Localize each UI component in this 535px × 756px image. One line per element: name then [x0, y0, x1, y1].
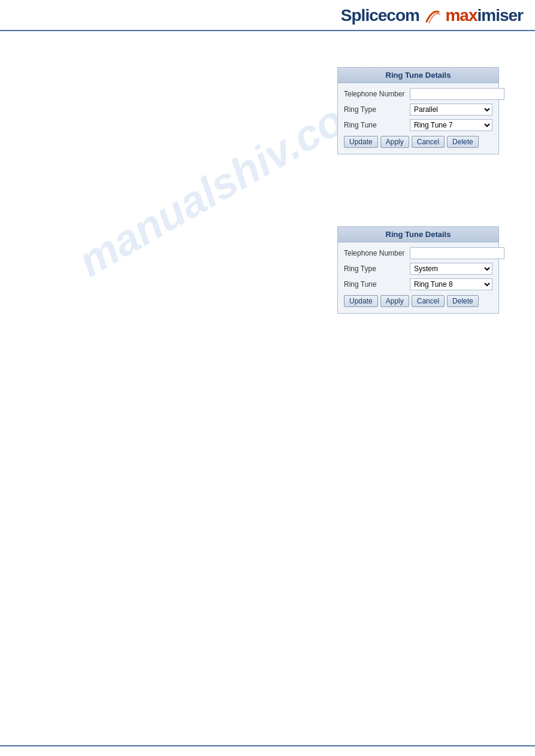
panel2-title: Ring Tune Details — [338, 227, 498, 242]
panel2-body: Telephone Number Ring Type Parallel Sequ… — [338, 242, 498, 313]
panel2-apply-button[interactable]: Apply — [380, 295, 409, 307]
logo: Splicecom maximiser — [341, 6, 523, 25]
logo-max: max — [445, 6, 477, 25]
panel2-ring-type-select[interactable]: Parallel Sequential System — [410, 263, 492, 275]
main-content: manualshiv.com Ring Tune Details Telepho… — [0, 31, 535, 344]
ring-tune-panel-1: Ring Tune Details Telephone Number Ring … — [337, 67, 499, 154]
panel2-button-row: Update Apply Cancel Delete — [344, 295, 492, 307]
panel2-ring-tune-label: Ring Tune — [344, 280, 410, 289]
panel1-delete-button[interactable]: Delete — [447, 136, 479, 148]
panel1-cancel-button[interactable]: Cancel — [412, 136, 445, 148]
header: Splicecom maximiser — [0, 0, 535, 31]
panel1-ring-tune-select[interactable]: Ring Tune 1 Ring Tune 2 Ring Tune 3 Ring… — [410, 119, 492, 131]
panel1-ring-type-row: Ring Type Parallel Sequential System — [344, 104, 492, 116]
panel1-telephone-input[interactable] — [410, 88, 504, 100]
panel1-ring-tune-label: Ring Tune — [344, 121, 410, 129]
panel1-ring-type-select[interactable]: Parallel Sequential System — [410, 104, 492, 116]
logo-swoosh-icon — [424, 8, 441, 25]
panel2-telephone-row: Telephone Number — [344, 247, 492, 259]
panel1-ring-type-label: Ring Type — [344, 105, 410, 114]
panel2-ring-type-label: Ring Type — [344, 265, 410, 273]
panel2-telephone-label: Telephone Number — [344, 249, 410, 257]
panel1-ring-tune-row: Ring Tune Ring Tune 1 Ring Tune 2 Ring T… — [344, 119, 492, 131]
panel1-telephone-label: Telephone Number — [344, 90, 410, 98]
logo-text: Splicecom maximiser — [341, 6, 523, 25]
panel1-body: Telephone Number Ring Type Parallel Sequ… — [338, 83, 498, 154]
logo-imiser: imiser — [477, 6, 524, 25]
panel1-section: Ring Tune Details Telephone Number Ring … — [12, 67, 523, 154]
panel2-delete-button[interactable]: Delete — [447, 295, 479, 307]
logo-splice: Splice — [341, 6, 386, 25]
panel2-ring-tune-row: Ring Tune Ring Tune 1 Ring Tune 2 Ring T… — [344, 278, 492, 290]
footer — [0, 745, 535, 756]
panel2-ring-type-row: Ring Type Parallel Sequential System — [344, 263, 492, 275]
panel1-telephone-row: Telephone Number — [344, 88, 492, 100]
panel1-update-button[interactable]: Update — [344, 136, 378, 148]
panel2-cancel-button[interactable]: Cancel — [412, 295, 445, 307]
panel1-button-row: Update Apply Cancel Delete — [344, 136, 492, 148]
panel2-update-button[interactable]: Update — [344, 295, 378, 307]
panel1-title: Ring Tune Details — [338, 68, 498, 83]
panel2-ring-tune-select[interactable]: Ring Tune 1 Ring Tune 2 Ring Tune 3 Ring… — [410, 278, 492, 290]
ring-tune-panel-2: Ring Tune Details Telephone Number Ring … — [337, 226, 499, 314]
logo-com: com — [386, 6, 419, 25]
panel2-section: Ring Tune Details Telephone Number Ring … — [12, 226, 523, 314]
panel2-telephone-input[interactable] — [410, 247, 504, 259]
panel1-apply-button[interactable]: Apply — [380, 136, 409, 148]
